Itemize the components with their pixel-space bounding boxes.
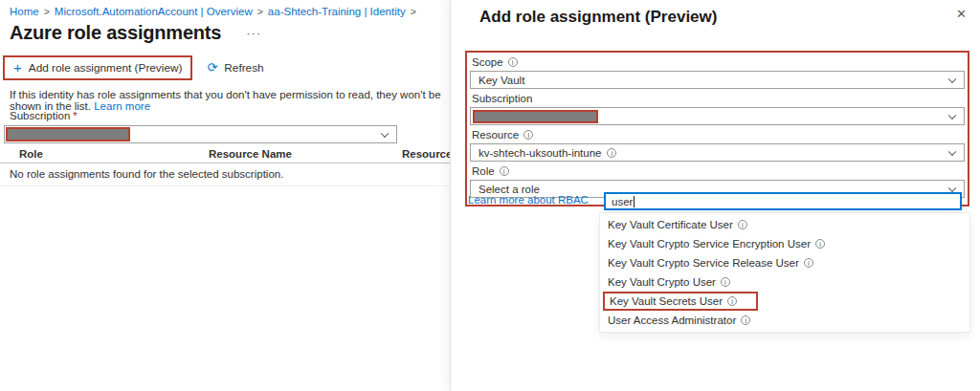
more-options-icon[interactable]: ···: [246, 26, 261, 40]
page-title: Azure role assignments: [10, 22, 221, 44]
refresh-button[interactable]: ⟳ Refresh: [198, 57, 272, 78]
info-icon[interactable]: [523, 130, 533, 140]
rbac-learn-more-link[interactable]: Learn more about RBAC: [468, 194, 589, 206]
role-option-key-vault-secrets-user[interactable]: Key Vault Secrets User: [600, 292, 969, 311]
info-icon[interactable]: [500, 166, 509, 176]
permissions-notice: If this identity has role assignments th…: [10, 89, 445, 112]
role-search-value: user: [612, 196, 633, 207]
add-role-assignment-label: Add role assignment (Preview): [29, 61, 183, 75]
role-option-label: User Access Administrator: [608, 315, 736, 326]
role-option[interactable]: Key Vault Crypto Service Encryption User: [600, 234, 969, 253]
notice-text: If this identity has role assignments th…: [10, 89, 441, 112]
empty-state-message: No role assignments found for the select…: [10, 168, 283, 180]
resource-value: kv-shtech-uksouth-intune: [479, 147, 601, 159]
info-icon[interactable]: [804, 258, 813, 268]
chevron-down-icon: [948, 111, 956, 119]
breadcrumb-separator: >: [411, 6, 416, 17]
role-option[interactable]: User Access Administrator: [600, 311, 969, 330]
close-icon[interactable]: ✕: [956, 8, 967, 21]
role-label: Role: [472, 165, 495, 177]
plus-icon: +: [13, 62, 22, 74]
info-icon[interactable]: [727, 296, 737, 306]
scope-label: Scope: [472, 56, 503, 68]
subscription-label-text: Subscription: [10, 110, 70, 121]
text-caret: [634, 196, 635, 207]
learn-more-link[interactable]: Learn more: [94, 100, 150, 112]
column-header-role[interactable]: Role: [19, 148, 43, 160]
role-placeholder: Select a role: [479, 184, 540, 195]
refresh-icon: ⟳: [207, 62, 217, 74]
resource-dropdown[interactable]: kv-shtech-uksouth-intune: [470, 143, 965, 162]
chevron-down-icon: [948, 75, 956, 82]
info-icon[interactable]: [815, 239, 825, 249]
subscription-dropdown[interactable]: [470, 107, 965, 125]
role-option[interactable]: Key Vault Certificate User: [600, 215, 969, 234]
breadcrumb-separator: >: [257, 6, 263, 17]
scope-value: Key Vault: [479, 75, 524, 86]
scope-dropdown[interactable]: Key Vault: [470, 71, 965, 89]
role-assignment-form: Scope Key Vault Subscription Resource kv…: [465, 51, 969, 206]
refresh-label: Refresh: [224, 61, 263, 75]
role-table-header: Role Resource Name Resource Type: [0, 147, 450, 163]
info-icon[interactable]: [508, 57, 518, 67]
breadcrumb-separator: >: [44, 6, 50, 17]
chevron-down-icon: [948, 147, 956, 155]
info-icon[interactable]: [741, 315, 750, 325]
chevron-down-icon: [381, 129, 389, 137]
redacted-value: [473, 110, 598, 123]
role-search-input[interactable]: user: [604, 192, 962, 210]
info-icon[interactable]: [607, 148, 616, 158]
panel-title: Add role assignment (Preview): [479, 8, 717, 27]
chevron-down-icon: [948, 184, 956, 191]
highlighted-role-option: Key Vault Secrets User: [603, 292, 758, 311]
divider: [0, 185, 450, 186]
column-header-resource-type[interactable]: Resource Type: [402, 148, 450, 160]
role-option[interactable]: Key Vault Crypto Service Release User: [600, 253, 969, 272]
required-marker: *: [73, 110, 77, 121]
resource-label: Resource: [472, 129, 519, 141]
subscription-filter-dropdown[interactable]: [4, 125, 397, 143]
breadcrumb-home[interactable]: Home: [10, 6, 39, 17]
role-option[interactable]: Key Vault Crypto User: [600, 272, 969, 292]
subscription-filter-label: Subscription*: [10, 110, 78, 121]
role-assignments-page: Home>Microsoft.AutomationAccount | Overv…: [0, 0, 450, 391]
redacted-value: [6, 127, 130, 141]
info-icon[interactable]: [721, 277, 730, 287]
add-role-assignment-panel: Add role assignment (Preview) ✕ Scope Ke…: [450, 0, 980, 391]
role-option-label: Key Vault Crypto Service Encryption User: [608, 238, 811, 250]
role-option-label: Key Vault Crypto Service Release User: [608, 257, 799, 269]
breadcrumb-automation-account[interactable]: Microsoft.AutomationAccount | Overview: [55, 6, 253, 17]
column-header-resource-name[interactable]: Resource Name: [209, 148, 292, 160]
command-bar: + Add role assignment (Preview) ⟳ Refres…: [3, 55, 273, 80]
subscription-label: Subscription: [472, 93, 532, 104]
info-icon[interactable]: [738, 220, 747, 229]
add-role-assignment-button[interactable]: + Add role assignment (Preview): [3, 55, 192, 80]
role-option-label: Key Vault Crypto User: [608, 276, 716, 288]
role-option-label: Key Vault Certificate User: [608, 219, 733, 230]
breadcrumb: Home>Microsoft.AutomationAccount | Overv…: [10, 6, 421, 17]
breadcrumb-identity[interactable]: aa-Shtech-Training | Identity: [268, 6, 406, 17]
role-options-list: Key Vault Certificate User Key Vault Cry…: [599, 212, 970, 333]
role-option-label: Key Vault Secrets User: [610, 295, 723, 307]
